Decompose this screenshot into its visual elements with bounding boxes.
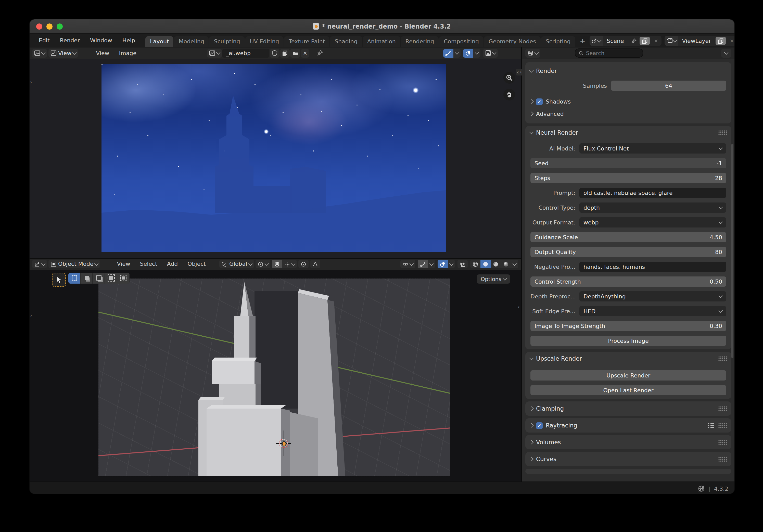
steps-slider[interactable]: Steps 28 (530, 173, 726, 183)
gizmos-toggle[interactable] (418, 260, 428, 268)
image-view-menu[interactable]: View (92, 50, 113, 56)
options-dropdown[interactable]: Options (477, 274, 510, 283)
select-mode-set[interactable] (68, 272, 80, 283)
tab-geometry-nodes[interactable]: Geometry Nodes (484, 36, 541, 47)
seed-field[interactable]: Seed -1 (530, 158, 726, 168)
tab-compositing[interactable]: Compositing (439, 36, 484, 47)
visibility-dropdown[interactable] (400, 260, 415, 268)
open-last-render-button[interactable]: Open Last Render (530, 385, 726, 395)
overlays-toggle[interactable] (438, 260, 448, 268)
scrollbar[interactable] (731, 144, 733, 358)
scene-browse-button[interactable] (589, 36, 602, 46)
volumes-panel-header[interactable]: Volumes (525, 435, 731, 449)
clamping-panel-header[interactable]: Clamping (525, 401, 731, 416)
gizmos-dropdown[interactable] (453, 49, 461, 57)
properties-options-button[interactable] (721, 49, 731, 57)
tab-texture-paint[interactable]: Texture Paint (284, 36, 329, 47)
drag-handle-icon[interactable] (718, 457, 727, 462)
minimize-window-button[interactable] (47, 24, 53, 30)
output-quality-slider[interactable]: Output Quality 80 (530, 247, 726, 257)
snap-toggle[interactable] (272, 260, 282, 268)
editor-type-dropdown[interactable] (32, 260, 47, 268)
shading-material-button[interactable] (490, 260, 501, 268)
viewlayer-browse-button[interactable] (665, 36, 678, 46)
proportional-falloff-dropdown[interactable] (310, 260, 320, 268)
tab-sculpting[interactable]: Sculpting (209, 36, 245, 47)
collapse-region-arrow[interactable]: ‹ (518, 304, 520, 309)
menu-edit[interactable]: Edit (34, 35, 55, 47)
shading-rendered-button[interactable] (501, 260, 511, 268)
remove-viewlayer-button[interactable]: ✕ (727, 37, 734, 45)
tab-rendering[interactable]: Rendering (401, 36, 439, 47)
tab-scripting[interactable]: Scripting (541, 36, 575, 47)
control-strength-slider[interactable]: Control Strength 0.50 (530, 276, 726, 287)
drag-handle-icon[interactable] (718, 440, 727, 445)
xray-toggle[interactable] (458, 260, 468, 268)
overlays-dropdown[interactable] (473, 49, 481, 57)
pivot-point-dropdown[interactable] (255, 260, 270, 268)
unlink-scene-button[interactable]: ✕ (651, 37, 661, 45)
editor-type-dropdown[interactable] (32, 49, 47, 57)
active-tool-select-box[interactable] (52, 272, 66, 286)
tab-layout[interactable]: Layout (145, 36, 174, 47)
select-mode-extend[interactable] (80, 272, 93, 283)
expand-sidebar-arrow[interactable]: › (30, 313, 32, 318)
neural-render-panel-header[interactable]: Neural Render (525, 126, 731, 139)
gizmos-toggle[interactable] (443, 49, 453, 57)
menu-help[interactable]: Help (117, 35, 140, 47)
shading-dropdown[interactable] (511, 260, 518, 268)
proportional-editing-toggle[interactable] (298, 260, 308, 268)
open-image-button[interactable] (290, 49, 300, 57)
tab-animation[interactable]: Animation (363, 36, 400, 47)
viewport-canvas[interactable]: Options ‹ (30, 270, 521, 481)
drag-handle-icon[interactable] (718, 356, 727, 361)
tab-shading[interactable]: Shading (330, 36, 362, 47)
snap-settings-dropdown[interactable] (282, 260, 296, 268)
expand-sidebar-arrow[interactable]: › (30, 79, 32, 85)
process-image-button[interactable]: Process Image (530, 336, 726, 346)
select-menu[interactable]: Select (136, 261, 162, 267)
display-texture-dropdown[interactable] (483, 49, 498, 57)
guidance-scale-slider[interactable]: Guidance Scale 4.50 (530, 232, 726, 242)
overlays-toggle[interactable] (463, 49, 473, 57)
pin-icon[interactable] (317, 50, 324, 56)
area-split-handle[interactable]: ‹› (516, 69, 523, 75)
output-format-dropdown[interactable]: webp (579, 217, 726, 228)
shadows-subpanel[interactable]: ✓ Shadows (525, 95, 731, 108)
display-channels-dropdown[interactable]: View (49, 49, 78, 57)
control-type-dropdown[interactable]: depth (579, 202, 726, 213)
soft-edge-dropdown[interactable]: HED (579, 306, 726, 316)
negative-prompt-field[interactable]: hands, faces, humans (579, 262, 726, 272)
add-menu[interactable]: Add (163, 261, 182, 267)
depth-preprocessor-dropdown[interactable]: DepthAnything (579, 291, 726, 301)
upscale-panel-header[interactable]: Upscale Render (525, 352, 731, 365)
close-window-button[interactable] (36, 24, 42, 30)
drag-handle-icon[interactable] (718, 130, 727, 135)
menu-window[interactable]: Window (85, 35, 117, 47)
zoom-window-button[interactable] (56, 24, 63, 30)
add-workspace-button[interactable]: + (576, 36, 590, 47)
overlays-dropdown[interactable] (448, 260, 455, 268)
advanced-subpanel[interactable]: Advanced (525, 108, 731, 120)
fake-user-button[interactable] (270, 49, 279, 57)
scene-name[interactable]: Scene (602, 38, 628, 44)
drag-handle-icon[interactable] (718, 406, 727, 411)
image-name-field[interactable]: _ai.webp (226, 50, 251, 56)
unlink-image-button[interactable]: ✕ (301, 49, 309, 57)
select-mode-intersect[interactable] (117, 272, 130, 283)
view-menu[interactable]: View (113, 261, 134, 267)
search-input[interactable]: Search (575, 49, 643, 57)
drag-handle-icon[interactable] (718, 423, 727, 428)
image-to-image-strength-slider[interactable]: Image To Image Strength 0.30 (530, 321, 726, 331)
render-panel-header[interactable]: Render (525, 64, 731, 77)
transform-orientation-dropdown[interactable]: Global (220, 260, 254, 268)
samples-slider[interactable]: 64 (611, 81, 726, 91)
pin-scene-button[interactable] (628, 37, 639, 45)
image-image-menu[interactable]: Image (115, 50, 141, 56)
image-editor-canvas[interactable] (30, 59, 521, 258)
ai-model-dropdown[interactable]: Flux Control Net (579, 143, 726, 154)
object-mode-dropdown[interactable]: Object Mode (49, 260, 100, 268)
tab-uv-editing[interactable]: UV Editing (245, 36, 284, 47)
select-mode-subtract[interactable] (93, 272, 105, 283)
new-viewlayer-button[interactable] (715, 37, 726, 45)
